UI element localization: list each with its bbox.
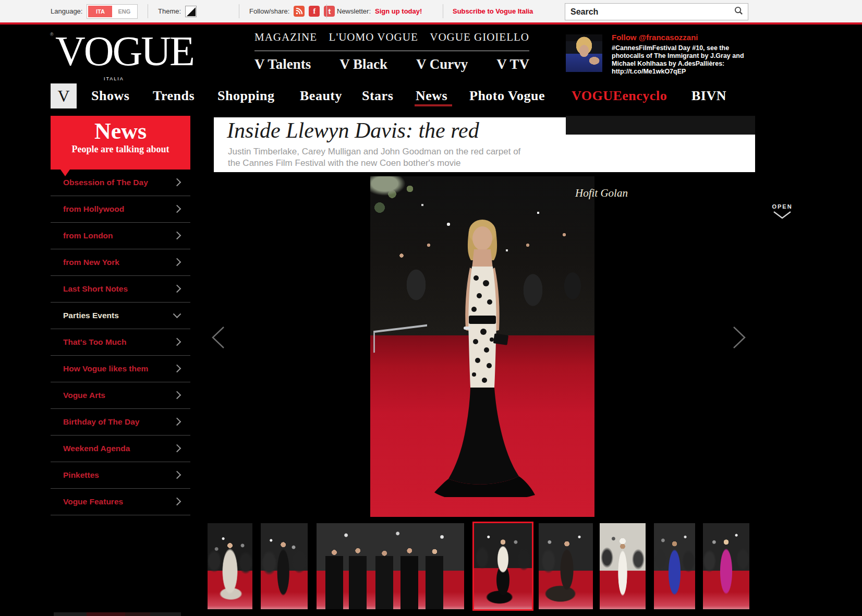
gallery-thumbnail-1[interactable]	[208, 523, 252, 609]
article-subtitle: Justin Timberlake, Carey Mulligan and Jo…	[228, 146, 520, 169]
sidebar-item-label: Last Short Notes	[63, 284, 128, 294]
search-icon[interactable]	[734, 6, 748, 17]
chevron-right-icon	[173, 205, 181, 213]
sidebar-item-label: Weekend Agenda	[63, 444, 130, 453]
gallery-thumbnail-4-selected[interactable]	[472, 522, 533, 611]
nav-item-shows[interactable]: Shows	[91, 83, 129, 108]
nav-item-bivn[interactable]: BIVN	[691, 83, 726, 108]
sidebar-item-label: How Vogue likes them	[63, 364, 148, 373]
sidebar-item-label: Obsession of The Day	[63, 178, 148, 187]
thumbnail-photo	[654, 523, 695, 609]
sidebar-item-last-short-notes[interactable]: Last Short Notes	[51, 276, 190, 303]
article-title: Inside Llewyn Davis: the red	[227, 118, 479, 143]
follow-share-label: Follow/share:	[249, 7, 289, 15]
next-photo-arrow[interactable]	[732, 325, 747, 352]
gallery-thumbnail-3[interactable]	[317, 523, 464, 609]
theme-switcher: Theme:	[158, 0, 197, 22]
nav-item-vogueencyclo[interactable]: VOGUEencyclo	[572, 83, 667, 108]
next-arrow-icon	[732, 325, 747, 349]
section-header[interactable]: News People are talking about	[51, 116, 190, 170]
thumbnail-photo	[539, 523, 593, 609]
language-toggle: ITA ENG	[87, 4, 138, 19]
rss-icon[interactable]	[294, 6, 305, 17]
site-header: ® VOGUE ITALIA MAGAZINE L'UOMO VOGUE VOG…	[0, 25, 862, 83]
nav-v-home[interactable]: V	[51, 83, 77, 108]
gallery-thumbnail-2[interactable]	[261, 523, 308, 609]
language-label: Language:	[51, 7, 82, 15]
header-menu-row1: MAGAZINE L'UOMO VOGUE VOGUE GIOIELLO	[254, 31, 529, 44]
chevron-right-icon	[173, 391, 181, 400]
news-sidebar: Obsession of The Day from Hollywood from…	[51, 170, 190, 515]
subscribe-group: Subscribe to Vogue Italia	[453, 0, 533, 22]
sidebar-item-vogue-arts[interactable]: Vogue Arts	[51, 382, 190, 409]
tweet-text: #CannesFilmFestival Day #10, see the pho…	[612, 44, 759, 76]
newsletter-signup-link[interactable]: Sign up today!	[375, 7, 422, 15]
search-input[interactable]	[565, 5, 734, 19]
sidebar-item-label: from London	[63, 231, 113, 240]
menu-luomo-vogue[interactable]: L'UOMO VOGUE	[329, 31, 418, 44]
nav-item-shopping[interactable]: Shopping	[217, 83, 275, 108]
menu-v-black[interactable]: V Black	[339, 56, 387, 73]
sidebar-item-how-vogue-likes-them[interactable]: How Vogue likes them	[51, 356, 190, 382]
sidebar-item-label: from New York	[63, 258, 119, 267]
gallery-thumbnail-8[interactable]	[703, 523, 749, 609]
follow-share: Follow/share: f t	[249, 0, 335, 22]
menu-vogue-gioiello[interactable]: VOGUE GIOIELLO	[430, 31, 529, 44]
language-eng-button[interactable]: ENG	[112, 6, 136, 17]
menu-v-talents[interactable]: V Talents	[254, 56, 311, 73]
theme-label: Theme:	[158, 7, 181, 15]
language-ita-button[interactable]: ITA	[88, 6, 112, 17]
nav-item-stars[interactable]: Stars	[362, 83, 393, 108]
top-utility-bar: Language: ITA ENG Theme: Follow/share: f…	[0, 0, 862, 25]
thumbnail-photo	[261, 523, 308, 609]
vogue-logo-italia: ITALIA	[103, 76, 125, 82]
sidebar-item-obsession-of-the-day[interactable]: Obsession of The Day	[51, 170, 190, 196]
search-box	[565, 3, 748, 20]
gallery-thumbnail-6[interactable]	[600, 523, 646, 609]
sidebar-item-label: Birthday of The Day	[63, 417, 139, 427]
photo-subject-figure	[420, 205, 545, 499]
gallery-main-photo[interactable]	[370, 176, 594, 517]
twitter-icon[interactable]: t	[324, 6, 335, 17]
sidebar-item-label: Pinkettes	[63, 470, 99, 480]
sidebar-item-thats-too-much[interactable]: That's Too Much	[51, 329, 190, 356]
chevron-right-icon	[173, 498, 181, 506]
chevron-right-icon	[173, 365, 181, 373]
menu-magazine[interactable]: MAGAZINE	[254, 31, 317, 44]
active-nav-underline	[415, 104, 452, 106]
chevron-right-icon	[173, 285, 181, 293]
twitter-follow-link[interactable]: Follow @francasozzani	[612, 33, 759, 42]
avatar[interactable]	[566, 34, 602, 72]
open-panel-button[interactable]: OPEN	[769, 203, 796, 222]
sidebar-item-from-new-york[interactable]: from New York	[51, 249, 190, 276]
sidebar-item-label: That's Too Much	[63, 337, 126, 347]
vogue-logo[interactable]: VOGUE	[55, 25, 193, 77]
prev-photo-arrow[interactable]	[210, 325, 226, 352]
section-tagline: People are talking about	[51, 144, 190, 155]
menu-divider	[254, 51, 529, 51]
nav-item-photo-vogue[interactable]: Photo Vogue	[469, 83, 545, 108]
sidebar-item-from-london[interactable]: from London	[51, 223, 190, 249]
sidebar-item-vogue-features[interactable]: Vogue Features	[51, 489, 190, 515]
gallery-thumbnail-7[interactable]	[654, 523, 695, 609]
article-subtitle-line1: Justin Timberlake, Carey Mulligan and Jo…	[228, 146, 520, 158]
theme-swatch-icon[interactable]	[185, 6, 197, 17]
sidebar-item-birthday-of-the-day[interactable]: Birthday of The Day	[51, 409, 190, 436]
subscribe-link[interactable]: Subscribe to Vogue Italia	[453, 7, 533, 15]
menu-v-tv[interactable]: V TV	[496, 56, 529, 73]
sidebar-item-weekend-agenda[interactable]: Weekend Agenda	[51, 436, 190, 462]
nav-item-beauty[interactable]: Beauty	[300, 83, 342, 108]
menu-v-curvy[interactable]: V Curvy	[416, 56, 468, 73]
chevron-right-icon	[173, 418, 181, 426]
logo-trademark: ®	[50, 32, 54, 37]
thumbnail-photo	[474, 523, 532, 609]
facebook-icon[interactable]: f	[309, 6, 320, 17]
divider	[443, 4, 443, 18]
sidebar-item-parties-events[interactable]: Parties Events	[51, 303, 190, 329]
article-subtitle-line2: the Cannes Film Festival with the new Co…	[228, 158, 520, 169]
sidebar-item-pinkettes[interactable]: Pinkettes	[51, 462, 190, 489]
gallery-thumbnail-5[interactable]	[539, 523, 593, 609]
divider	[239, 4, 239, 18]
sidebar-item-from-hollywood[interactable]: from Hollywood	[51, 196, 190, 223]
nav-item-trends[interactable]: Trends	[153, 83, 195, 108]
